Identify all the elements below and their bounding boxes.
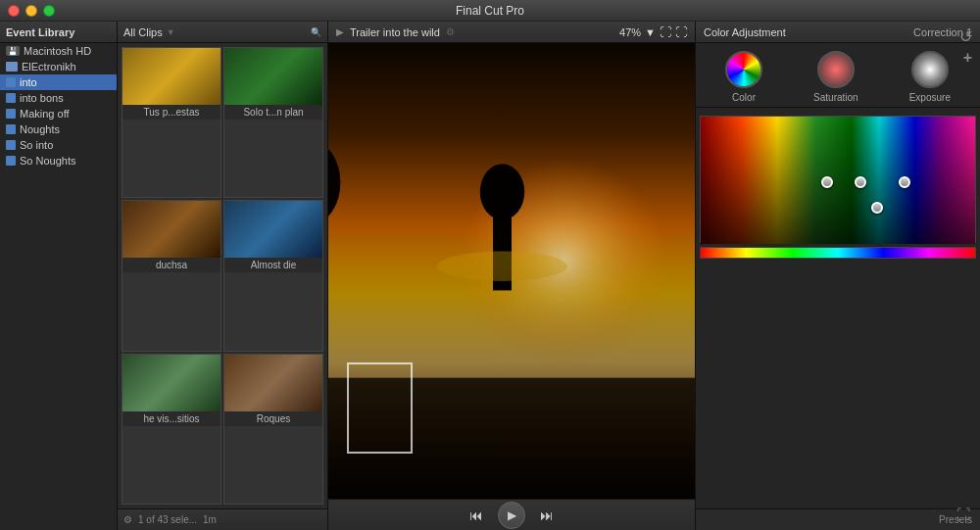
maximize-button[interactable]	[43, 5, 55, 17]
color-wheel-icon	[725, 51, 762, 88]
window-controls	[8, 5, 55, 17]
titlebar: Final Cut Pro	[0, 0, 980, 22]
clip-duchsa[interactable]: duchsa	[122, 200, 221, 351]
expand-icon[interactable]: ⛶	[675, 25, 687, 39]
spectrum-handle-3[interactable]	[899, 176, 910, 188]
clips-grid: Tus p...estas Solo t...n plan duchsa Alm…	[118, 43, 327, 508]
clips-footer: ⚙ 1 of 43 sele... 1m	[118, 508, 327, 530]
skip-forward-button[interactable]: ⏭	[537, 506, 557, 525]
clips-browser-panel: All Clips ▼ 🔍 Tus p...estas Solo t...n p…	[118, 22, 328, 530]
clip-roques[interactable]: Roques	[223, 354, 323, 505]
add-correction-button[interactable]: +	[963, 49, 972, 67]
clip-icon	[6, 77, 16, 87]
sidebar-item-electronikh[interactable]: ElEctronikh	[0, 59, 117, 74]
sidebar-item-making-off[interactable]: Making off	[0, 106, 117, 121]
fullscreen-button[interactable]: ⛶	[956, 506, 970, 522]
svg-rect-11	[701, 117, 975, 244]
spectrum-handle-4[interactable]	[871, 202, 883, 214]
svg-point-9	[437, 252, 567, 281]
reset-button[interactable]: ↺	[959, 27, 972, 46]
preview-zoom: 47%	[619, 26, 641, 38]
play-button[interactable]: ▶	[498, 502, 525, 529]
skip-back-button[interactable]: ⏮	[466, 506, 486, 525]
close-button[interactable]	[8, 5, 20, 17]
clip-icon	[6, 93, 16, 103]
clip-almost[interactable]: Almost die	[223, 200, 323, 351]
minimize-button[interactable]	[25, 5, 37, 17]
color-header: Color Adjustment Correction 1	[696, 22, 980, 43]
clips-count: 1 of 43 sele...	[138, 514, 197, 525]
selection-overlay	[347, 362, 413, 454]
clip-solo[interactable]: Solo t...n plan	[223, 47, 323, 198]
presets-bar: Presets	[696, 508, 980, 530]
preview-image	[328, 43, 695, 499]
exposure-icon	[911, 51, 949, 88]
preview-video	[328, 43, 695, 499]
sidebar-header: Event Library	[0, 22, 117, 43]
clips-header: All Clips ▼ 🔍	[118, 22, 327, 43]
sidebar-item-so-noughts[interactable]: So Noughts	[0, 153, 117, 169]
preview-controls: ⏮ ▶ ⏭ ⛶	[328, 499, 695, 530]
rainbow-bar[interactable]	[700, 247, 976, 259]
spectrum-area[interactable]	[700, 116, 976, 243]
clip-he[interactable]: he vis...sitios	[122, 354, 221, 505]
clip-icon	[6, 156, 16, 166]
clip-tus[interactable]: Tus p...estas	[122, 47, 221, 198]
svg-rect-8	[493, 217, 512, 291]
clips-duration: 1m	[203, 514, 217, 525]
color-spectrum	[696, 108, 980, 508]
clip-icon	[6, 109, 16, 119]
hd-icon: 💾	[6, 46, 20, 56]
color-header-title: Color Adjustment	[704, 26, 786, 38]
event-library-panel: Event Library 💾 Macintosh HD ElEctronikh…	[0, 22, 118, 530]
sidebar-item-into[interactable]: into	[0, 74, 117, 90]
exposure-tool[interactable]: Exposure	[909, 51, 951, 103]
app-title: Final Cut Pro	[456, 4, 524, 18]
saturation-tool[interactable]: Saturation	[813, 51, 858, 103]
color-tools: Color Saturation Exposure ↺ +	[696, 43, 980, 108]
saturation-icon	[817, 51, 855, 88]
clip-icon	[6, 124, 16, 134]
sidebar-item-noughts[interactable]: Noughts	[0, 121, 117, 137]
folder-icon	[6, 62, 18, 72]
sidebar-item-into-bons[interactable]: into bons	[0, 90, 117, 106]
svg-point-1	[400, 114, 695, 411]
preview-panel: ▶ Trailer into the wild ⚙ 47% ▼ ⛶ ⛶	[328, 22, 696, 530]
clip-icon	[6, 140, 16, 150]
zoom-icon: ⛶	[660, 25, 671, 39]
clip-icon-sm: ⚙	[123, 514, 132, 525]
color-wheel-tool[interactable]: Color	[725, 51, 762, 103]
main-layout: Event Library 💾 Macintosh HD ElEctronikh…	[0, 22, 980, 530]
svg-point-7	[480, 164, 525, 219]
preview-header: ▶ Trailer into the wild ⚙ 47% ▼ ⛶ ⛶	[328, 22, 695, 43]
preview-title: Trailer into the wild	[350, 26, 440, 38]
sidebar-item-macintosh[interactable]: 💾 Macintosh HD	[0, 43, 117, 59]
color-adjustment-panel: Color Adjustment Correction 1 Color Satu…	[696, 22, 980, 530]
sidebar-item-so-into[interactable]: So into	[0, 137, 117, 153]
